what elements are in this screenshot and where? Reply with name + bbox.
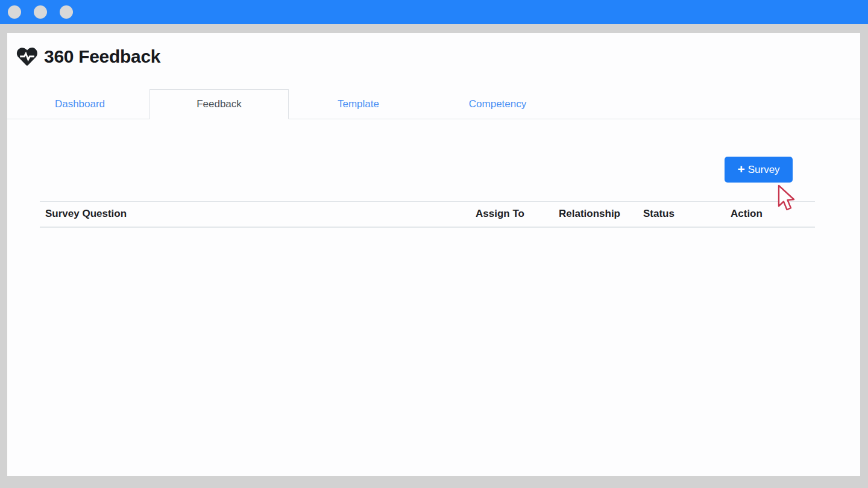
app-header: 360 Feedback <box>16 46 160 67</box>
tab-template[interactable]: Template <box>289 89 428 119</box>
tab-competency[interactable]: Competency <box>428 89 567 119</box>
tab-feedback[interactable]: Feedback <box>149 89 289 119</box>
plus-icon: + <box>737 163 744 175</box>
tab-bar: Dashboard Feedback Template Competency <box>7 89 860 119</box>
heart-pulse-icon <box>16 46 39 67</box>
app-panel: 360 Feedback Dashboard Feedback Template… <box>7 33 860 476</box>
tab-dashboard[interactable]: Dashboard <box>10 89 149 119</box>
window-titlebar <box>0 0 868 24</box>
add-survey-button-label: Survey <box>748 164 780 176</box>
window-control-dot[interactable] <box>34 5 47 19</box>
add-survey-button[interactable]: + Survey <box>725 157 793 183</box>
window-control-dot[interactable] <box>8 5 21 19</box>
table-header-row: Survey Question Assign To Relationship S… <box>40 202 815 228</box>
column-header-action: Action <box>725 202 815 228</box>
column-header-survey-question: Survey Question <box>40 202 470 228</box>
column-header-relationship: Relationship <box>553 202 638 228</box>
column-header-status: Status <box>638 202 725 228</box>
column-header-assign-to: Assign To <box>470 202 553 228</box>
page-title: 360 Feedback <box>44 46 160 67</box>
survey-table: Survey Question Assign To Relationship S… <box>40 201 815 228</box>
window-control-dot[interactable] <box>60 5 73 19</box>
